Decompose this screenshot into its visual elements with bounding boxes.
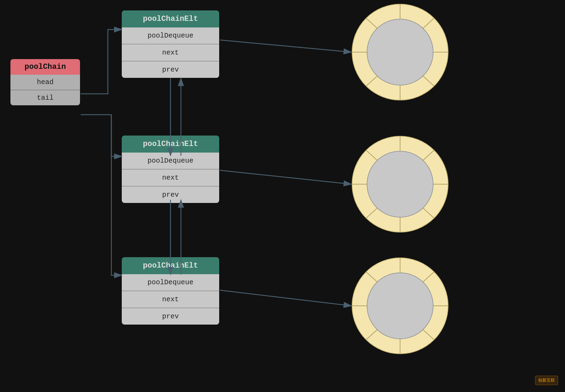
arrow-tail-to-bottom	[81, 115, 122, 275]
chain-elt-top-title: poolChainElt	[122, 10, 219, 27]
chain-elt-top-prev: prev	[122, 62, 219, 78]
svg-line-11	[366, 18, 377, 28]
dequeue-circle-top	[352, 4, 448, 100]
svg-point-23	[367, 273, 433, 339]
svg-line-25	[423, 272, 434, 282]
chain-elt-bottom-next: next	[122, 291, 219, 308]
svg-point-13	[367, 151, 433, 217]
svg-line-21	[366, 150, 377, 161]
chain-elt-middle-prev: prev	[122, 187, 219, 203]
pool-chain-group: poolChain head tail	[10, 59, 80, 105]
svg-line-9	[366, 76, 377, 86]
chain-elt-top: poolChainElt poolDequeue next prev	[122, 10, 219, 78]
arrow-tail-to-middle	[111, 115, 122, 156]
svg-line-19	[366, 208, 377, 218]
pool-chain-tail-field: tail	[10, 90, 80, 105]
svg-point-3	[367, 19, 433, 85]
svg-line-15	[423, 150, 434, 161]
chain-elt-middle: poolChainElt poolDequeue next prev	[122, 136, 219, 203]
arrow-top-dequeue-to-circle	[220, 40, 351, 52]
chain-elt-bottom: poolChainElt poolDequeue next prev	[122, 257, 219, 325]
arrow-head-to-top	[81, 30, 122, 94]
svg-point-2	[352, 4, 448, 100]
svg-line-17	[423, 208, 434, 218]
arrow-bottom-dequeue-to-circle	[220, 290, 351, 306]
chain-elt-middle-next: next	[122, 170, 219, 187]
chain-elt-bottom-prev: prev	[122, 308, 219, 325]
svg-point-12	[352, 136, 448, 232]
pool-chain-title: poolChain	[10, 59, 80, 75]
chain-elt-top-next: next	[122, 44, 219, 62]
diagram-svg	[0, 0, 565, 392]
watermark: 创新互联	[535, 376, 558, 385]
dequeue-circle-middle	[352, 136, 448, 232]
arrow-middle-dequeue-to-circle	[220, 170, 351, 184]
pool-chain-head-field: head	[10, 75, 80, 90]
chain-elt-top-dequeue: poolDequeue	[122, 27, 219, 44]
svg-point-22	[352, 258, 448, 354]
diagram: poolChain head tail poolChainElt poolDeq…	[0, 0, 565, 392]
chain-elt-bottom-dequeue: poolDequeue	[122, 274, 219, 291]
chain-elt-middle-title: poolChainElt	[122, 136, 219, 153]
chain-elt-middle-dequeue: poolDequeue	[122, 153, 219, 170]
svg-line-29	[366, 329, 377, 340]
svg-line-5	[423, 18, 434, 28]
dequeue-circle-bottom	[352, 258, 448, 354]
svg-line-7	[423, 76, 434, 86]
svg-line-27	[423, 329, 434, 340]
chain-elt-bottom-title: poolChainElt	[122, 257, 219, 274]
svg-line-31	[366, 272, 377, 282]
